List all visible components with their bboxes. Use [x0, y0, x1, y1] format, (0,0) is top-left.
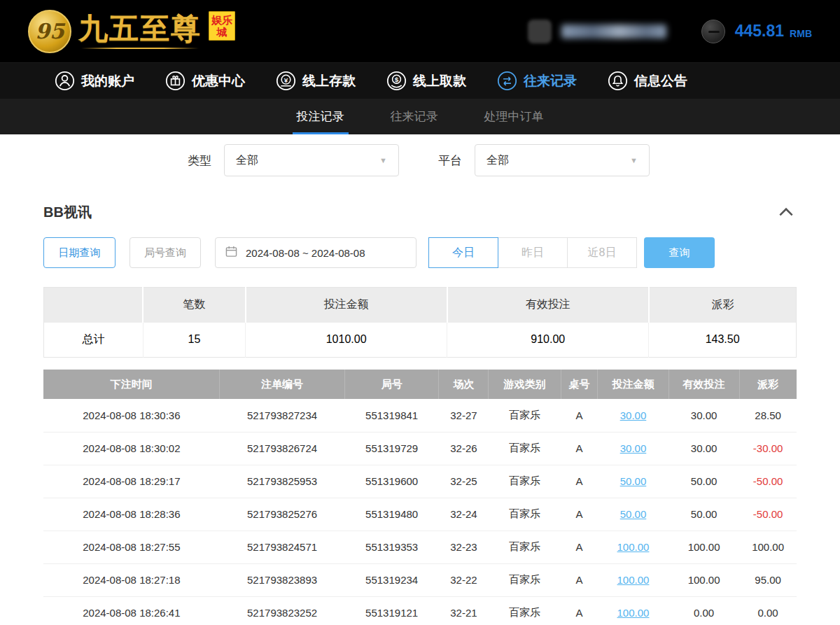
cell-game: 百家乐: [489, 498, 561, 531]
cell-payout: 95.00: [739, 563, 797, 596]
bet-amount-link[interactable]: 50.00: [620, 475, 647, 487]
records-icon: [497, 71, 517, 91]
cell-round-id: 551319353: [344, 531, 439, 563]
yesterday-button[interactable]: 昨日: [498, 237, 568, 268]
cell-bet: 50.00: [598, 498, 668, 531]
type-dropdown[interactable]: 全部 ▼: [224, 144, 399, 176]
logo-title: 九五至尊: [78, 14, 202, 49]
table-row: 2024-08-08 18:29:17521793825953551319600…: [43, 465, 797, 498]
nav-label: 信息公告: [634, 72, 687, 90]
table-row: 2024-08-08 18:26:41521793823252551319121…: [43, 596, 797, 625]
account-area: 445.81 RMB: [528, 20, 812, 43]
nav-label: 往来记录: [524, 72, 577, 90]
cell-session: 32-26: [439, 432, 489, 465]
cell-game: 百家乐: [489, 563, 561, 596]
cell-table-no: A: [561, 563, 598, 596]
summary-total-valid-bet: 910.00: [447, 323, 649, 358]
date-range-value: 2024-08-08 ~ 2024-08-08: [246, 247, 365, 259]
bet-amount-link[interactable]: 30.00: [620, 442, 647, 454]
collapse-chevron-up-icon[interactable]: [776, 204, 797, 222]
bet-amount-link[interactable]: 100.00: [617, 574, 650, 586]
cell-payout: 0.00: [739, 596, 797, 625]
bet-amount-link[interactable]: 100.00: [617, 541, 650, 553]
cell-valid: 30.00: [668, 399, 739, 432]
bet-amount-link[interactable]: 30.00: [620, 409, 647, 421]
type-dropdown-value: 全部: [236, 153, 258, 168]
nav-label: 我的账户: [81, 72, 134, 90]
cell-table-no: A: [561, 432, 598, 465]
cell-valid: 30.00: [668, 432, 739, 465]
summary-total-label: 总计: [44, 323, 144, 358]
platform-dropdown[interactable]: 全部 ▼: [475, 144, 650, 176]
cell-payout: 28.50: [739, 399, 797, 432]
main-nav: 我的账户 优惠中心 ¥ 线上存款 $ 线上取款 往来记录 信息公告: [0, 63, 840, 99]
platform-dropdown-value: 全部: [486, 153, 509, 168]
header-order-id: 注单编号: [220, 370, 345, 399]
nav-item-withdraw[interactable]: $ 线上取款: [386, 71, 466, 91]
last-8-days-button[interactable]: 近8日: [567, 237, 637, 268]
tab-bet-records[interactable]: 投注记录: [293, 99, 349, 134]
cell-bet: 30.00: [598, 432, 668, 465]
cell-round-id: 551319480: [344, 498, 439, 531]
bet-amount-link[interactable]: 50.00: [620, 508, 647, 520]
header-bet-time: 下注时间: [43, 370, 220, 399]
cell-valid: 100.00: [668, 531, 739, 563]
user-avatar[interactable]: [528, 20, 552, 43]
type-label: 类型: [188, 153, 211, 169]
cell-session: 32-24: [439, 498, 489, 531]
nav-item-announcements[interactable]: 信息公告: [608, 71, 687, 91]
cell-valid: 50.00: [668, 498, 739, 531]
cell-session: 32-22: [439, 563, 489, 596]
nav-item-records[interactable]: 往来记录: [497, 71, 577, 91]
header-round-id: 局号: [344, 370, 439, 399]
cell-session: 32-23: [439, 531, 489, 563]
cell-valid: 50.00: [668, 465, 739, 498]
section-header: BB视讯: [43, 203, 797, 222]
cell-order-id: 521793823893: [220, 563, 345, 596]
cell-table-no: A: [561, 498, 598, 531]
date-range-input[interactable]: 2024-08-08 ~ 2024-08-08: [215, 237, 416, 268]
bet-table-body: 2024-08-08 18:30:36521793827234551319841…: [43, 399, 797, 625]
header-table-no: 桌号: [561, 370, 598, 399]
svg-text:¥: ¥: [284, 76, 288, 84]
logo[interactable]: 95 九五至尊 娱乐城: [28, 10, 235, 53]
bet-table-header-row: 下注时间 注单编号 局号 场次 游戏类别 桌号 投注金额 有效投注 派彩: [43, 370, 797, 399]
gift-icon: [165, 71, 186, 91]
cell-payout: -30.00: [739, 432, 797, 465]
table-row: 2024-08-08 18:28:36521793825276551319480…: [43, 498, 797, 531]
table-row: 2024-08-08 18:27:18521793823893551319234…: [43, 563, 797, 596]
logo-emblem-icon: 95: [28, 10, 71, 53]
balance-currency: RMB: [790, 24, 812, 39]
tab-pending-orders[interactable]: 处理中订单: [480, 99, 548, 134]
cell-payout: -50.00: [739, 465, 797, 498]
today-button[interactable]: 今日: [428, 237, 498, 268]
header-game-type: 游戏类别: [489, 370, 561, 399]
balance-amount: 445.81: [735, 22, 784, 41]
cell-bet: 100.00: [598, 531, 668, 563]
user-icon: [55, 71, 75, 91]
tab-transaction-records[interactable]: 往来记录: [386, 99, 442, 134]
summary-header-empty: [44, 288, 144, 323]
cell-bet: 30.00: [598, 399, 668, 432]
cell-round-id: 551319729: [344, 432, 439, 465]
withdraw-coin-icon: $: [386, 71, 407, 91]
cell-time: 2024-08-08 18:30:02: [43, 432, 220, 465]
bet-amount-link[interactable]: 100.00: [617, 607, 650, 619]
header-session: 场次: [439, 370, 489, 399]
type-filter-group: 类型 全部 ▼: [188, 144, 399, 176]
cell-round-id: 551319234: [344, 563, 439, 596]
cell-order-id: 521793826724: [220, 432, 345, 465]
nav-item-my-account[interactable]: 我的账户: [55, 71, 134, 91]
nav-label: 线上取款: [413, 72, 466, 90]
cell-game: 百家乐: [489, 399, 561, 432]
date-query-button[interactable]: 日期查询: [43, 237, 115, 268]
summary-total-count: 15: [143, 323, 245, 358]
nav-item-deposit[interactable]: ¥ 线上存款: [276, 71, 356, 91]
header-payout: 派彩: [739, 370, 797, 399]
nav-item-promotions[interactable]: 优惠中心: [165, 71, 245, 91]
header-valid-bet: 有效投注: [668, 370, 739, 399]
summary-total-bet-amount: 1010.00: [246, 323, 447, 358]
round-query-button[interactable]: 局号查询: [130, 237, 201, 268]
header-bet-amount: 投注金额: [598, 370, 668, 399]
search-button[interactable]: 查询: [644, 237, 715, 268]
